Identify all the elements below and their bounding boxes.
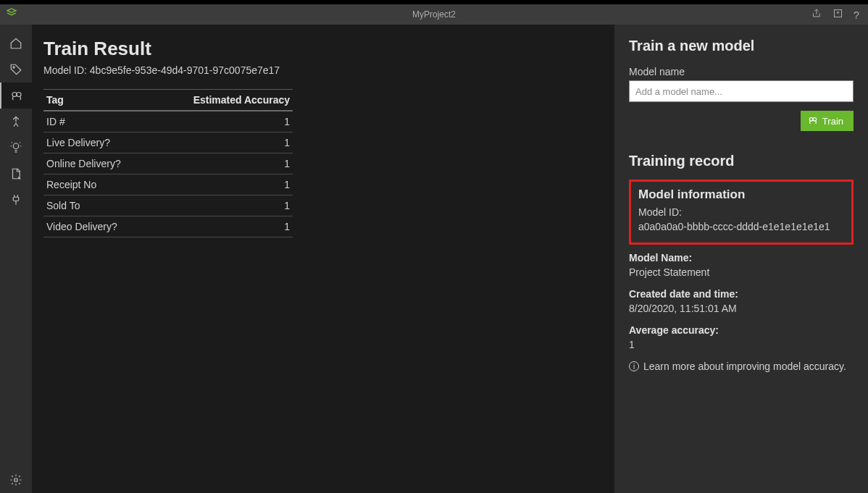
svg-point-7 [809, 117, 813, 121]
learn-more-link[interactable]: i Learn more about improving model accur… [629, 361, 854, 372]
page-title: Train Result [43, 38, 593, 60]
col-tag: Tag [43, 90, 153, 111]
table-row: Live Delivery?1 [43, 132, 293, 153]
training-record-heading: Training record [629, 153, 854, 169]
brain-icon [808, 115, 818, 127]
update-icon[interactable] [832, 8, 843, 22]
svg-point-8 [813, 117, 817, 121]
svg-point-2 [12, 93, 17, 97]
nav-tag[interactable] [0, 56, 32, 83]
created-value: 8/20/2020, 11:51:01 AM [629, 303, 854, 314]
app-logo-icon [6, 7, 17, 22]
col-accuracy: Estimated Accuracy [153, 90, 293, 111]
train-button[interactable]: Train [801, 111, 854, 131]
svg-point-4 [13, 143, 19, 149]
model-id-label: Model ID: [638, 206, 844, 218]
train-heading: Train a new model [629, 38, 854, 54]
model-name-input[interactable] [629, 80, 854, 102]
results-table: Tag Estimated Accuracy ID #1Live Deliver… [43, 89, 293, 237]
model-id-value: a0a0a0a0-bbbb-cccc-dddd-e1e1e1e1e1e1 [638, 221, 844, 232]
model-id-line: Model ID: 4bc9e5fe-953e-49d4-9701-97c007… [43, 64, 593, 76]
svg-point-3 [17, 93, 21, 97]
right-panel: Train a new model Model name Train Train… [614, 25, 868, 493]
avg-acc-value: 1 [629, 339, 854, 350]
avg-acc-label: Average accuracy: [629, 324, 854, 336]
table-row: Sold To1 [43, 195, 293, 216]
model-info-highlight: Model information Model ID: a0a0a0a0-bbb… [629, 180, 854, 245]
created-label: Created date and time: [629, 288, 854, 300]
info-icon: i [629, 361, 639, 371]
svg-rect-5 [13, 197, 19, 201]
svg-point-6 [14, 479, 18, 482]
svg-point-1 [13, 67, 14, 68]
main-content: Train Result Model ID: 4bc9e5fe-953e-49d… [32, 25, 614, 493]
titlebar: MyProject2 ? [0, 4, 868, 25]
model-name-label: Model Name: [629, 252, 854, 264]
window-title: MyProject2 [412, 9, 456, 20]
nav-home[interactable] [0, 30, 32, 56]
nav-train[interactable] [0, 83, 32, 109]
model-info-heading: Model information [638, 187, 844, 202]
help-icon[interactable]: ? [854, 9, 859, 21]
sidebar [0, 25, 32, 493]
share-icon[interactable] [811, 8, 822, 22]
nav-bulb[interactable] [0, 135, 32, 161]
nav-settings[interactable] [0, 467, 32, 493]
table-row: Video Delivery?1 [43, 216, 293, 237]
table-row: Online Delivery?1 [43, 153, 293, 174]
modelname-label: Model name [629, 66, 854, 77]
nav-compose[interactable] [0, 109, 32, 135]
nav-document[interactable] [0, 161, 32, 187]
table-row: Receipt No1 [43, 174, 293, 195]
table-row: ID #1 [43, 111, 293, 132]
nav-plug[interactable] [0, 187, 32, 213]
model-name-value: Project Statement [629, 266, 854, 278]
